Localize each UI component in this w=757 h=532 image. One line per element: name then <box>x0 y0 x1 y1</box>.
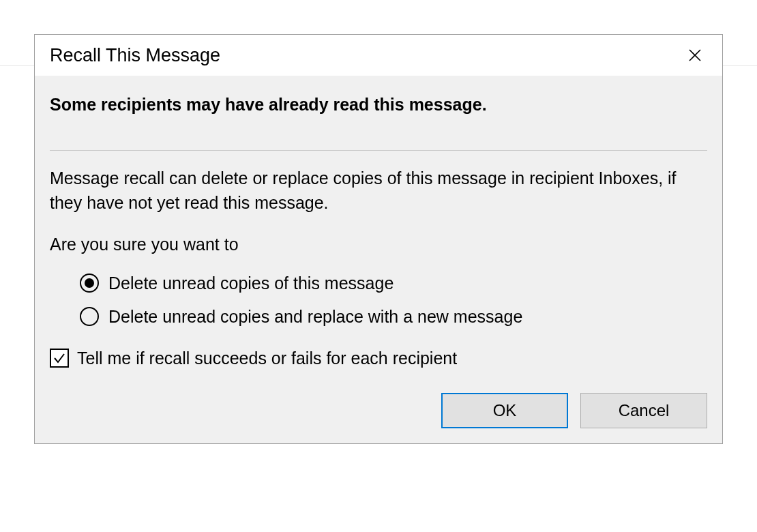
cancel-button[interactable]: Cancel <box>580 393 707 428</box>
recall-message-dialog: Recall This Message Some recipients may … <box>34 34 723 444</box>
dialog-content: Some recipients may have already read th… <box>35 76 722 443</box>
radio-icon <box>80 307 99 326</box>
description-text: Message recall can delete or replace cop… <box>50 166 707 216</box>
warning-heading: Some recipients may have already read th… <box>50 95 707 115</box>
option-delete-label: Delete unread copies of this message <box>108 274 394 293</box>
radio-selected-dot <box>85 278 94 288</box>
notify-checkbox-row[interactable]: Tell me if recall succeeds or fails for … <box>50 349 707 368</box>
checkbox-icon <box>50 349 69 368</box>
dialog-button-row: OK Cancel <box>50 393 707 428</box>
ok-button[interactable]: OK <box>441 393 568 428</box>
dialog-titlebar: Recall This Message <box>35 35 722 76</box>
checkmark-icon <box>53 351 66 365</box>
content-divider <box>50 150 707 151</box>
radio-icon <box>80 274 99 293</box>
close-button[interactable] <box>683 43 707 68</box>
option-delete-replace[interactable]: Delete unread copies and replace with a … <box>80 307 707 327</box>
close-icon <box>688 48 702 62</box>
option-delete-unread[interactable]: Delete unread copies of this message <box>80 274 707 293</box>
dialog-title: Recall This Message <box>50 45 220 66</box>
notify-checkbox-label: Tell me if recall succeeds or fails for … <box>77 349 457 368</box>
prompt-text: Are you sure you want to <box>50 235 707 254</box>
recall-options-group: Delete unread copies of this message Del… <box>80 274 707 327</box>
option-replace-label: Delete unread copies and replace with a … <box>108 307 522 327</box>
